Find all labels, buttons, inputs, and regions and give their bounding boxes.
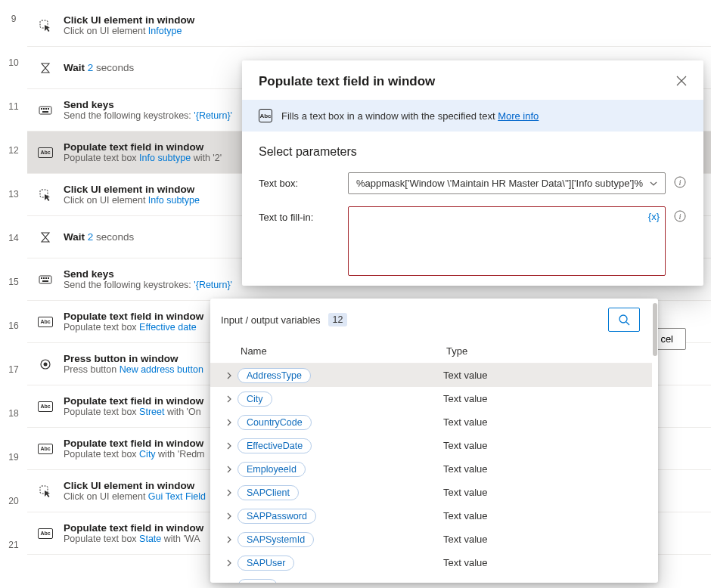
variable-type: Text value [443,510,488,521]
step-number: 16 [0,311,27,355]
chevron-right-icon[interactable] [221,512,238,520]
step-number: 9 [0,5,27,48]
click-icon [38,484,53,499]
abc-icon: Abc [38,399,53,414]
variable-type: Text value [443,393,488,404]
svg-rect-3 [43,108,45,110]
variable-table-header: Name Type [210,341,652,364]
column-name-header: Name [241,345,446,357]
variable-row[interactable]: CityText value [210,387,652,410]
variable-chip[interactable]: EffectiveDate [238,438,312,453]
variable-chip[interactable]: SAPClient [238,485,299,500]
dialog-info-banner: Abc Fills a text box in a window with th… [242,100,703,132]
abc-icon: Abc [259,109,272,122]
variable-chip[interactable]: SAPPassword [238,509,316,524]
svg-rect-12 [48,277,49,279]
chevron-right-icon[interactable] [221,419,238,426]
variable-type: Text value [443,557,488,568]
textbox-value: %appmask['Window \'Maintain HR Master Da… [356,178,643,189]
dialog-header: Populate text field in window [242,60,703,100]
info-icon[interactable]: i [673,172,687,186]
step-number: 17 [0,355,27,399]
variable-row[interactable]: SAPClientText value [210,481,652,504]
svg-rect-6 [42,111,48,113]
variable-flyout: Input / output variables 12 Name Type Ad… [210,299,658,583]
variable-chip[interactable]: SAPSystemId [238,532,314,547]
variable-row[interactable]: SAPSystemIdText value [210,528,652,551]
step-number: 19 [0,443,27,487]
step-number: 11 [0,92,27,136]
more-info-link[interactable]: More info [498,110,539,122]
svg-rect-11 [45,277,47,279]
text-label: Text to fill-in: [259,206,340,223]
step-numbers: 9101112131415161718192021 [0,0,27,574]
keys-icon [38,103,53,118]
step-body: Click UI element in windowClick on UI el… [64,14,700,36]
scrollbar[interactable] [652,299,658,583]
variable-row[interactable]: StateText value [210,574,652,583]
chevron-right-icon[interactable] [221,395,238,403]
variable-chip[interactable]: CountryCode [238,415,312,430]
chevron-right-icon[interactable] [221,559,238,567]
step-title: Click UI element in window [64,14,700,26]
variable-picker-button[interactable]: {x} [648,211,660,222]
wait-icon [38,230,53,245]
scrollbar-thumb[interactable] [653,303,657,356]
variable-row[interactable]: CountryCodeText value [210,410,652,434]
chevron-right-icon[interactable] [221,372,238,379]
svg-rect-13 [42,280,48,282]
variable-type: Text value [443,534,488,545]
param-textbox-row: Text box: %appmask['Window \'Maintain HR… [242,168,703,202]
variable-chip[interactable]: EmployeeId [238,462,306,477]
step-number: 14 [0,224,27,268]
abc-icon: Abc [38,526,53,541]
variable-chip[interactable]: SAPUser [238,556,294,571]
step-number: 20 [0,487,27,531]
chevron-right-icon[interactable] [221,442,238,450]
variable-type: Text value [443,440,488,451]
text-to-fill-input[interactable] [348,206,666,276]
variable-chip[interactable]: State [238,579,278,583]
step-number: 18 [0,399,27,443]
svg-text:i: i [678,178,681,187]
chevron-right-icon[interactable] [221,536,238,543]
info-icon[interactable]: i [673,206,687,220]
variable-chip[interactable]: AddressType [238,368,311,383]
variable-row[interactable]: AddressTypeText value [210,364,652,387]
svg-rect-4 [45,108,47,110]
variable-type: Text value [443,370,488,381]
chevron-right-icon[interactable] [221,583,238,583]
variable-row[interactable]: SAPPasswordText value [210,504,652,528]
wait-icon [38,60,53,76]
step-number: 10 [0,48,27,92]
variable-row[interactable]: SAPUserText value [210,551,652,574]
variable-type: Text value [443,463,488,475]
search-button[interactable] [608,308,640,332]
variable-type: Text value [443,416,488,428]
textbox-selector[interactable]: %appmask['Window \'Maintain HR Master Da… [348,172,666,194]
flow-step[interactable]: Click UI element in windowClick on UI el… [27,5,711,47]
step-number: 12 [0,136,27,180]
variable-row[interactable]: EffectiveDateText value [210,434,652,457]
variable-type: Text value [443,580,488,583]
chevron-right-icon[interactable] [221,489,238,497]
svg-rect-9 [41,277,42,279]
step-number: 15 [0,268,27,311]
populate-text-dialog: Populate text field in window Abc Fills … [242,60,703,286]
svg-rect-10 [43,277,45,279]
variable-list-title: Input / output variables [221,314,321,326]
step-number: 13 [0,180,27,224]
variable-row[interactable]: EmployeeIdText value [210,457,652,481]
svg-point-15 [44,362,48,366]
variable-type: Text value [443,487,488,498]
variable-count-badge: 12 [328,313,348,326]
param-text-row: Text to fill-in: {x} i [242,202,703,286]
step-number: 21 [0,531,27,574]
chevron-right-icon[interactable] [221,466,238,473]
svg-rect-8 [39,276,51,283]
variable-chip[interactable]: City [238,391,272,407]
variable-header: Input / output variables 12 [210,299,652,341]
close-icon[interactable] [676,76,687,88]
svg-rect-5 [48,108,49,110]
info-text: Fills a text box in a window with the sp… [281,110,539,122]
